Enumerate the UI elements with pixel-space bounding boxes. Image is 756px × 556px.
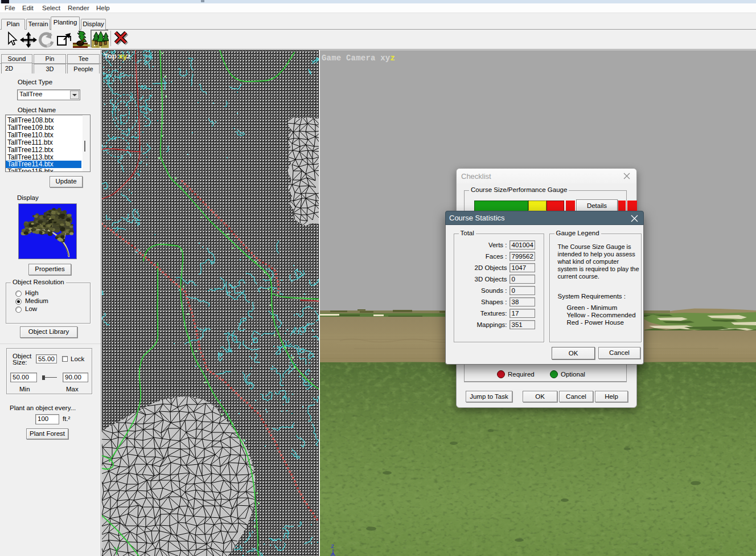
svg-text:Game Camera xyz: Game Camera xyz bbox=[322, 54, 395, 63]
svg-text:Top xyz: Top xyz bbox=[104, 52, 131, 60]
svg-text:z: z bbox=[331, 543, 335, 550]
